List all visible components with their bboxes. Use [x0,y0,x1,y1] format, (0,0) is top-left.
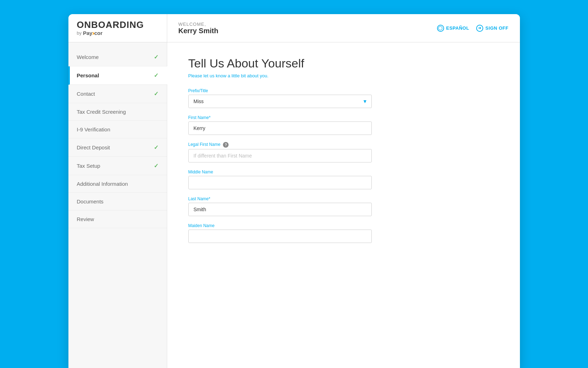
middle-name-label: Middle Name [188,170,372,174]
main-layout: Welcome ✓ Personal ✓ Contact ✓ Tax Credi… [68,42,520,368]
app-container: ONBOARDING by Pay›cor WELCOME, Kerry Smi… [68,14,520,368]
check-icon-welcome: ✓ [154,54,158,60]
paycor-logo: Pay›cor [83,30,102,36]
prefix-group: Prefix/Title Select... Mr. Mrs. Miss Ms.… [188,88,372,108]
maiden-name-label: Maiden Name [188,223,372,228]
brand-by-text: by [77,30,82,36]
header: ONBOARDING by Pay›cor WELCOME, Kerry Smi… [68,14,520,42]
sidebar-item-personal[interactable]: Personal ✓ [68,66,167,85]
check-icon-direct-deposit: ✓ [154,144,158,151]
sidebar-label-documents: Documents [77,198,104,204]
globe-icon: ◯ [437,25,444,32]
sidebar-label-tax-credit: Tax Credit Screening [77,109,126,115]
sidebar-item-welcome[interactable]: Welcome ✓ [68,48,167,66]
check-icon-contact: ✓ [154,90,158,97]
last-name-group: Last Name* [188,196,372,216]
brand-title: ONBOARDING [77,20,144,29]
sidebar-item-i9[interactable]: I-9 Verification [68,121,167,138]
first-name-label: First Name* [188,115,372,120]
signoff-label: SIGN OFF [485,25,508,31]
sidebar: Welcome ✓ Personal ✓ Contact ✓ Tax Credi… [68,42,167,368]
sidebar-item-contact[interactable]: Contact ✓ [68,85,167,103]
legal-first-name-label: Legal First Name ? [188,142,372,148]
sidebar-label-welcome: Welcome [77,54,99,60]
brand-by: by Pay›cor [77,30,103,36]
legal-first-name-input[interactable] [188,149,372,162]
sidebar-label-i9: I-9 Verification [77,126,110,132]
prefix-select[interactable]: Select... Mr. Mrs. Miss Ms. Dr. [188,95,372,108]
welcome-text: WELCOME, Kerry Smith [178,22,218,35]
sidebar-label-tax-setup: Tax Setup [77,163,101,169]
check-icon-tax-setup: ✓ [154,162,158,169]
legal-first-name-group: Legal First Name ? [188,142,372,162]
maiden-name-group: Maiden Name [188,223,372,243]
last-name-label: Last Name* [188,196,372,201]
first-name-group: First Name* [188,115,372,135]
middle-name-input[interactable] [188,176,372,189]
help-icon[interactable]: ? [223,142,229,148]
page-title: Tell Us About Yourself [188,57,499,70]
welcome-section: WELCOME, Kerry Smith [167,14,426,42]
last-name-input[interactable] [188,203,372,216]
check-icon-personal: ✓ [154,72,158,79]
sidebar-label-additional-info: Additional Information [77,181,128,187]
paycor-arrow: › [92,30,95,36]
brand-section: ONBOARDING by Pay›cor [68,14,167,42]
sidebar-label-review: Review [77,216,94,222]
page-subtitle: Please let us know a little bit about yo… [188,73,499,78]
sidebar-item-additional-info[interactable]: Additional Information [68,175,167,193]
sidebar-item-tax-setup[interactable]: Tax Setup ✓ [68,157,167,175]
sidebar-item-tax-credit[interactable]: Tax Credit Screening [68,103,167,121]
sidebar-label-contact: Contact [77,91,95,97]
first-name-input[interactable] [188,121,372,135]
sidebar-item-review[interactable]: Review [68,210,167,228]
signoff-button[interactable]: ➜ SIGN OFF [476,25,508,32]
sidebar-item-direct-deposit[interactable]: Direct Deposit ✓ [68,138,167,157]
header-actions: ◯ ESPAÑOL ➜ SIGN OFF [426,14,520,42]
signoff-icon: ➜ [476,25,483,32]
sidebar-item-documents[interactable]: Documents [68,193,167,210]
language-label: ESPAÑOL [446,25,469,31]
sidebar-label-personal: Personal [77,72,99,78]
middle-name-group: Middle Name [188,170,372,189]
prefix-select-wrapper: Select... Mr. Mrs. Miss Ms. Dr. ▼ [188,95,372,108]
language-button[interactable]: ◯ ESPAÑOL [437,25,469,32]
main-content: Tell Us About Yourself Please let us kno… [167,42,520,368]
prefix-label: Prefix/Title [188,88,372,93]
sidebar-label-direct-deposit: Direct Deposit [77,144,110,150]
welcome-greeting: WELCOME, [178,22,218,27]
maiden-name-input[interactable] [188,230,372,243]
welcome-name: Kerry Smith [178,27,218,35]
